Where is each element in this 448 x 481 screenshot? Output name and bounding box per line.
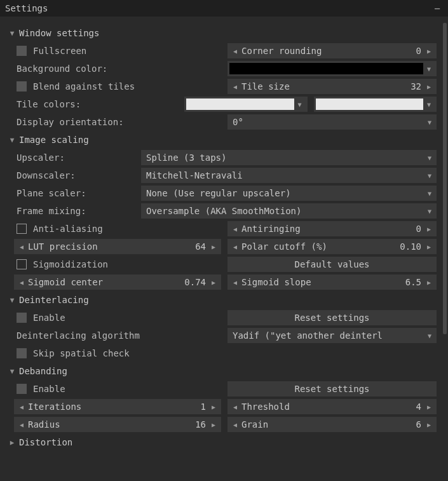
section-distortion[interactable]: ▶ Distortion	[8, 433, 437, 451]
spinner-left-icon[interactable]: ◀	[231, 403, 239, 410]
spinner-label: LUT precision	[25, 241, 191, 252]
deinterlacing-algorithm-dropdown[interactable]: Yadif ("yet another deinterl ▼	[227, 328, 437, 343]
spinner-left-icon[interactable]: ◀	[231, 48, 239, 55]
triangle-down-icon: ▼	[8, 296, 17, 304]
spinner-right-icon[interactable]: ▶	[210, 421, 217, 428]
spinner-label: Corner rounding	[239, 46, 412, 56]
spinner-right-icon[interactable]: ▶	[210, 279, 217, 286]
anti-aliasing-checkbox[interactable]	[17, 224, 27, 234]
anti-aliasing-label: Anti-aliasing	[33, 224, 103, 234]
display-orientation-label: Display orientation:	[17, 117, 124, 127]
debanding-enable-checkbox[interactable]	[17, 384, 27, 394]
dropdown-value: None (Use regular upscaler)	[146, 188, 291, 198]
spinner-label: Radius	[25, 419, 191, 430]
spinner-value: 0	[412, 224, 425, 234]
sigmoidization-checkbox[interactable]	[17, 259, 27, 269]
triangle-down-icon: ▼	[8, 367, 17, 376]
window-title: Settings	[5, 3, 48, 13]
spinner-value: 6.5	[402, 277, 425, 287]
titlebar[interactable]: Settings −	[0, 0, 448, 17]
spinner-left-icon[interactable]: ◀	[231, 279, 239, 286]
default-values-button[interactable]: Default values	[227, 257, 437, 272]
downscaler-label: Downscaler:	[17, 170, 135, 180]
spinner-left-icon[interactable]: ◀	[231, 83, 239, 90]
spinner-right-icon[interactable]: ▶	[425, 403, 433, 410]
frame-mixing-dropdown[interactable]: Oversample (AKA SmoothMotion) ▼	[141, 203, 437, 219]
deinterlacing-reset-button[interactable]: Reset settings	[227, 310, 437, 325]
spinner-right-icon[interactable]: ▶	[425, 226, 433, 233]
spinner-right-icon[interactable]: ▶	[425, 421, 433, 428]
dropdown-value: Spline (3 taps)	[146, 152, 226, 163]
color-swatch-white	[316, 98, 424, 110]
plane-scaler-label: Plane scaler:	[17, 188, 135, 198]
chevron-down-icon: ▼	[428, 190, 431, 197]
spinner-label: Threshold	[239, 402, 412, 412]
dropdown-value: Mitchell-Netravali	[146, 170, 243, 180]
display-orientation-dropdown[interactable]: 0° ▼	[227, 114, 437, 130]
dropdown-value: Oversample (AKA SmoothMotion)	[146, 206, 301, 216]
section-window-settings[interactable]: ▼ Window settings	[8, 24, 437, 42]
downscaler-dropdown[interactable]: Mitchell-Netravali ▼	[141, 168, 437, 183]
chevron-down-icon: ▼	[423, 65, 435, 72]
spinner-value: 4	[412, 402, 425, 412]
section-image-scaling[interactable]: ▼ Image scaling	[8, 131, 437, 149]
button-label: Reset settings	[294, 384, 369, 394]
chevron-down-icon: ▼	[428, 332, 431, 339]
spinner-label: Sigmoid slope	[239, 277, 402, 287]
spinner-left-icon[interactable]: ◀	[231, 226, 239, 233]
spinner-right-icon[interactable]: ▶	[210, 243, 217, 250]
blend-against-tiles-label: Blend against tiles	[33, 81, 135, 91]
polar-cutoff-spinner[interactable]: ◀ Polar cutoff (%) 0.10 ▶	[227, 239, 437, 254]
tile-size-spinner[interactable]: ◀ Tile size 32 ▶	[227, 79, 437, 94]
lut-precision-spinner[interactable]: ◀ LUT precision 64 ▶	[14, 239, 221, 254]
chevron-down-icon: ▼	[423, 101, 435, 108]
plane-scaler-dropdown[interactable]: None (Use regular upscaler) ▼	[141, 186, 437, 201]
sigmoid-slope-spinner[interactable]: ◀ Sigmoid slope 6.5 ▶	[227, 274, 437, 290]
deinterlacing-algorithm-label: Deinterlacing algorithm	[17, 330, 140, 341]
skip-spatial-check-checkbox[interactable]	[17, 348, 27, 358]
tile-color-2-picker[interactable]: ▼	[314, 97, 437, 112]
background-color-label: Background color:	[17, 64, 107, 74]
antiringing-spinner[interactable]: ◀ Antiringing 0 ▶	[227, 221, 437, 236]
scrollbar-thumb[interactable]	[443, 23, 447, 334]
spinner-left-icon[interactable]: ◀	[18, 279, 25, 286]
spinner-value: 64	[191, 241, 210, 252]
minimize-icon[interactable]: −	[431, 3, 443, 15]
debanding-reset-button[interactable]: Reset settings	[227, 381, 437, 396]
background-color-picker[interactable]: ▼	[227, 61, 437, 76]
spinner-right-icon[interactable]: ▶	[210, 403, 217, 410]
spinner-label: Antiringing	[239, 224, 412, 234]
spinner-right-icon[interactable]: ▶	[425, 48, 433, 55]
section-label: Distortion	[19, 437, 72, 447]
tile-color-1-picker[interactable]: ▼	[184, 97, 308, 112]
frame-mixing-label: Frame mixing:	[17, 206, 135, 216]
spinner-label: Sigmoid center	[25, 277, 180, 287]
corner-rounding-spinner[interactable]: ◀ Corner rounding 0 ▶	[227, 43, 437, 58]
spinner-right-icon[interactable]: ▶	[425, 83, 433, 90]
spinner-label: Tile size	[239, 81, 407, 91]
spinner-left-icon[interactable]: ◀	[18, 403, 25, 410]
spinner-value: 32	[407, 81, 425, 91]
threshold-spinner[interactable]: ◀ Threshold 4 ▶	[227, 399, 437, 414]
spinner-right-icon[interactable]: ▶	[425, 243, 433, 250]
iterations-spinner[interactable]: ◀ Iterations 1 ▶	[14, 399, 221, 414]
skip-spatial-check-label: Skip spatial check	[33, 348, 130, 358]
chevron-down-icon: ▼	[428, 208, 431, 215]
scrollbar[interactable]	[442, 17, 448, 481]
section-deinterlacing[interactable]: ▼ Deinterlacing	[8, 291, 437, 309]
deinterlacing-enable-checkbox[interactable]	[17, 313, 27, 323]
grain-spinner[interactable]: ◀ Grain 6 ▶	[227, 417, 437, 432]
upscaler-dropdown[interactable]: Spline (3 taps) ▼	[141, 150, 437, 165]
spinner-left-icon[interactable]: ◀	[18, 243, 25, 250]
spinner-value: 6	[412, 419, 425, 430]
section-debanding[interactable]: ▼ Debanding	[8, 362, 437, 380]
sigmoid-center-spinner[interactable]: ◀ Sigmoid center 0.74 ▶	[14, 274, 221, 290]
spinner-value: 0.74	[180, 277, 210, 287]
spinner-left-icon[interactable]: ◀	[18, 421, 25, 428]
blend-against-tiles-checkbox[interactable]	[17, 81, 27, 91]
spinner-left-icon[interactable]: ◀	[231, 243, 239, 250]
fullscreen-checkbox[interactable]	[17, 46, 27, 56]
radius-spinner[interactable]: ◀ Radius 16 ▶	[14, 417, 221, 432]
spinner-left-icon[interactable]: ◀	[231, 421, 239, 428]
spinner-right-icon[interactable]: ▶	[425, 279, 433, 286]
